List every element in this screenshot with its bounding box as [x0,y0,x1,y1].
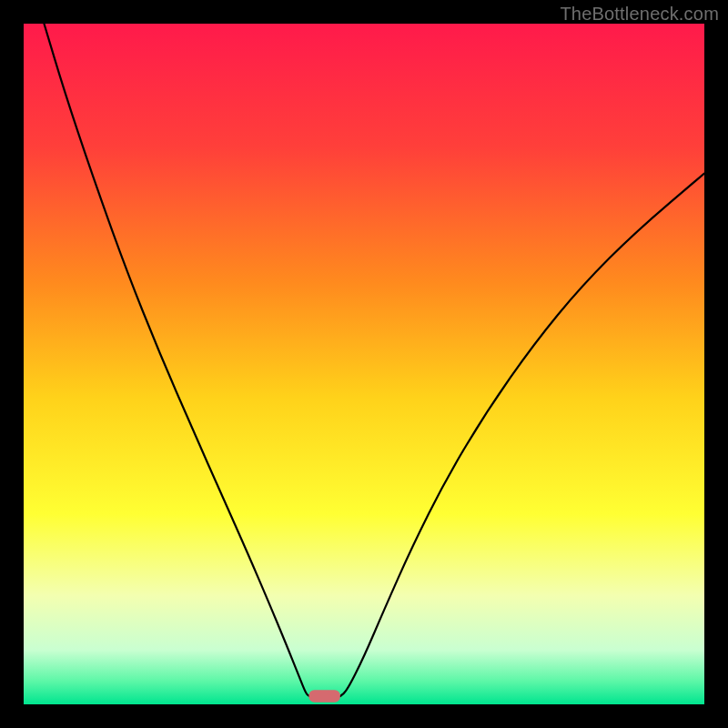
chart-frame [24,24,704,704]
bottleneck-chart [24,24,704,704]
chart-background [24,24,704,704]
watermark-text: TheBottleneck.com [560,4,719,25]
baseline-pill [308,690,339,702]
